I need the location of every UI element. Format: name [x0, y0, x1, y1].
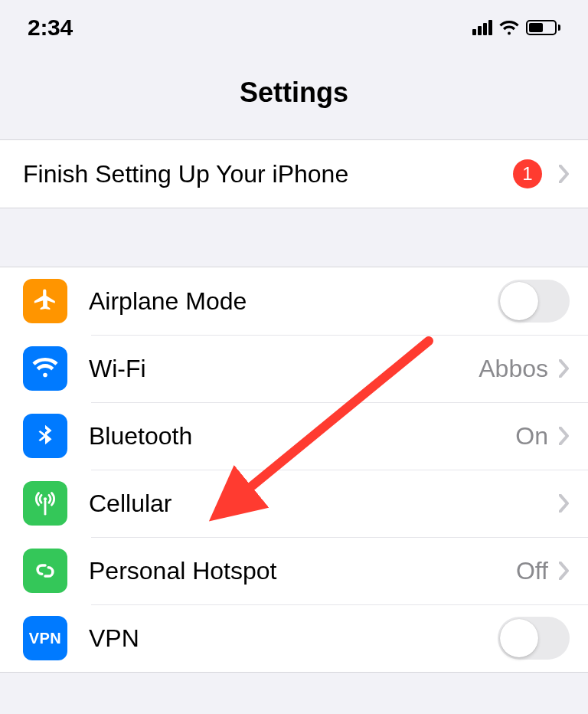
status-bar: 2:34 [0, 0, 588, 54]
row-bluetooth[interactable]: Bluetooth On [0, 402, 588, 470]
chevron-right-icon [559, 494, 570, 513]
group-setup: Finish Setting Up Your iPhone 1 [0, 139, 588, 208]
row-value: Abbos [479, 355, 548, 383]
cellular-icon [23, 481, 67, 526]
wifi-icon [23, 346, 67, 391]
chevron-right-icon [559, 562, 570, 580]
row-personal-hotspot[interactable]: Personal Hotspot Off [0, 537, 588, 604]
page-title: Settings [0, 77, 588, 109]
vpn-icon: VPN [23, 616, 67, 660]
hotspot-icon [23, 549, 67, 593]
wifi-status-icon [498, 20, 520, 35]
row-label: Personal Hotspot [89, 557, 516, 585]
row-value: On [515, 422, 548, 450]
row-label: Cellular [89, 490, 554, 518]
status-indicators [472, 20, 560, 35]
svg-point-0 [44, 497, 47, 500]
chevron-right-icon [559, 359, 570, 378]
row-airplane-mode[interactable]: Airplane Mode [0, 267, 588, 335]
cellular-signal-icon [472, 20, 492, 35]
row-label: Finish Setting Up Your iPhone [23, 160, 513, 188]
bluetooth-icon [23, 414, 67, 458]
vpn-toggle[interactable] [498, 617, 570, 660]
row-cellular[interactable]: Cellular [0, 470, 588, 537]
airplane-toggle[interactable] [498, 280, 570, 323]
row-vpn[interactable]: VPN VPN [0, 604, 588, 672]
row-wifi[interactable]: Wi-Fi Abbos [0, 335, 588, 402]
row-label: Bluetooth [89, 422, 515, 450]
battery-icon [526, 20, 560, 35]
vpn-icon-text: VPN [29, 630, 62, 647]
group-network: Airplane Mode Wi-Fi Abbos Bluetooth On [0, 267, 588, 673]
row-label: Airplane Mode [89, 287, 498, 316]
row-label: Wi-Fi [89, 355, 479, 383]
notification-badge: 1 [513, 159, 542, 188]
airplane-icon [23, 279, 67, 323]
status-time: 2:34 [28, 15, 73, 41]
row-label: VPN [89, 624, 498, 653]
row-value: Off [516, 557, 548, 585]
row-finish-setup[interactable]: Finish Setting Up Your iPhone 1 [0, 140, 588, 208]
chevron-right-icon [559, 165, 570, 183]
chevron-right-icon [559, 427, 570, 445]
page-header: Settings [0, 54, 588, 139]
